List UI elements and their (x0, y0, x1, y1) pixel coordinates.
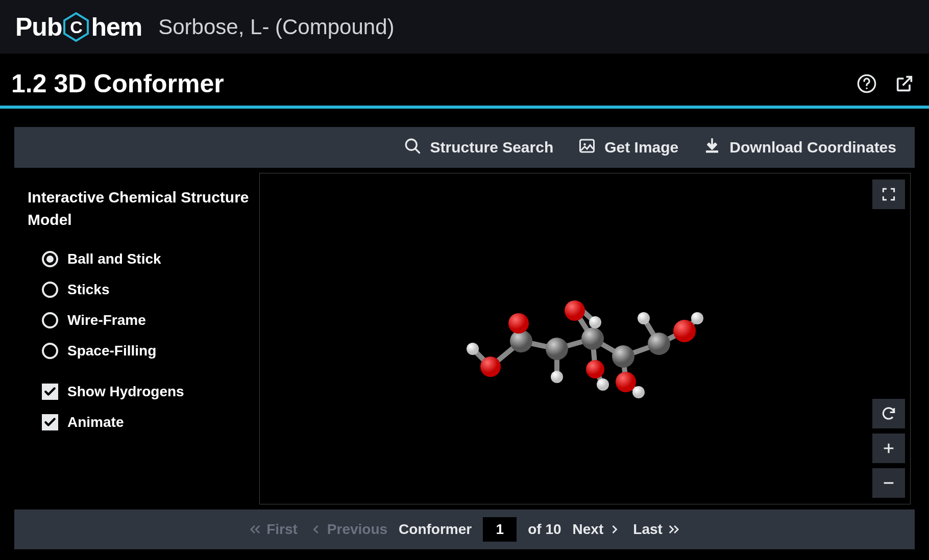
svg-point-24 (510, 330, 532, 352)
pager-last-label: Last (633, 521, 663, 538)
radio-label: Wire-Frame (67, 312, 146, 328)
get-image-button[interactable]: Get Image (578, 137, 678, 159)
radio-label: Sticks (67, 282, 110, 298)
svg-point-5 (584, 143, 586, 145)
section-header: 1.2 3D Conformer (0, 54, 929, 109)
download-icon (703, 137, 721, 159)
checkbox-label: Animate (67, 414, 124, 430)
checkbox-label: Show Hydrogens (67, 384, 184, 400)
svg-point-33 (616, 372, 636, 392)
conformer-label: Conformer (399, 521, 472, 538)
svg-point-29 (480, 357, 501, 377)
svg-point-40 (638, 312, 650, 324)
structure-search-button[interactable]: Structure Search (403, 137, 553, 159)
checkbox-icon (42, 384, 58, 400)
svg-point-35 (467, 343, 479, 355)
radio-icon (42, 343, 58, 359)
section-title: 1.2 3D Conformer (11, 69, 224, 98)
checkbox-animate[interactable]: Animate (28, 407, 249, 438)
radio-icon (42, 282, 58, 298)
conformer-panel: Structure Search Get Image Download Coor… (14, 127, 915, 549)
structure-search-label: Structure Search (430, 139, 553, 156)
svg-point-30 (508, 313, 529, 334)
fullscreen-button[interactable] (872, 180, 905, 209)
viewer-buttons (872, 180, 905, 498)
svg-point-34 (673, 320, 696, 342)
pager-previous: Previous (309, 521, 387, 538)
display-controls: Interactive Chemical Structure Model Bal… (14, 168, 259, 510)
svg-point-28 (648, 333, 670, 355)
conformer-pager: First Previous Conformer of 10 Next Last (14, 510, 915, 549)
pager-next[interactable]: Next (573, 521, 622, 538)
pager-first: First (248, 521, 298, 538)
radio-icon (42, 251, 58, 267)
radio-wire-frame[interactable]: Wire-Frame (28, 305, 249, 336)
checkbox-show-hydrogens[interactable]: Show Hydrogens (28, 376, 249, 407)
open-external-icon[interactable] (894, 73, 915, 94)
svg-point-41 (691, 312, 703, 324)
pager-next-label: Next (573, 521, 604, 538)
download-coordinates-button[interactable]: Download Coordinates (703, 137, 896, 159)
logo-c-text: C (70, 17, 83, 37)
radio-ball-and-stick[interactable]: Ball and Stick (28, 244, 249, 274)
svg-point-39 (632, 386, 645, 398)
content-row: Interactive Chemical Structure Model Bal… (14, 168, 915, 510)
section-actions (857, 73, 915, 94)
svg-point-27 (612, 345, 634, 368)
svg-point-25 (546, 338, 568, 360)
compound-name: Sorbose, L- (Compound) (158, 15, 394, 39)
molecule-viewer[interactable] (259, 173, 911, 504)
svg-point-38 (597, 378, 609, 391)
svg-point-2 (866, 88, 867, 89)
reset-view-button[interactable] (872, 399, 905, 428)
molecule-render (442, 272, 728, 405)
radio-sticks[interactable]: Sticks (28, 274, 249, 305)
svg-point-31 (565, 300, 585, 321)
svg-point-37 (589, 316, 601, 328)
radio-space-filling[interactable]: Space-Filling (28, 336, 249, 366)
svg-point-26 (581, 327, 604, 350)
pager-first-label: First (266, 521, 298, 538)
app-header: Pub C hem Sorbose, L- (Compound) (0, 0, 929, 54)
radio-label: Space-Filling (67, 343, 156, 359)
conformer-index-input[interactable] (483, 517, 517, 542)
panel-toolbar: Structure Search Get Image Download Coor… (14, 127, 915, 168)
pubchem-logo[interactable]: Pub C hem (15, 12, 142, 42)
logo-text-pub: Pub (15, 12, 62, 42)
logo-text-hem: hem (91, 12, 142, 42)
search-icon (403, 137, 422, 159)
help-icon[interactable] (857, 73, 877, 94)
radio-icon (42, 312, 58, 328)
conformer-of-total: of 10 (528, 521, 561, 538)
controls-title: Interactive Chemical Structure Model (28, 186, 249, 231)
download-coordinates-label: Download Coordinates (729, 139, 896, 156)
pager-last[interactable]: Last (633, 521, 681, 538)
logo-hex-icon: C (63, 12, 89, 42)
radio-label: Ball and Stick (67, 251, 161, 267)
get-image-label: Get Image (604, 139, 678, 156)
svg-point-36 (551, 371, 563, 383)
zoom-in-button[interactable] (872, 434, 905, 463)
svg-point-32 (586, 360, 604, 378)
checkbox-icon (42, 414, 58, 430)
svg-rect-6 (706, 150, 718, 153)
image-icon (578, 137, 596, 159)
pager-previous-label: Previous (327, 521, 387, 538)
zoom-out-button[interactable] (872, 468, 905, 498)
